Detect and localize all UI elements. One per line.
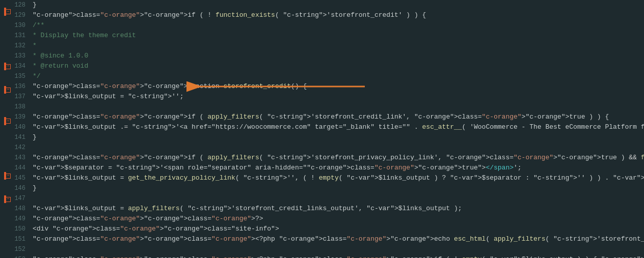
line-numbers: 1281291301311321331341351361371381391401… — [12, 0, 29, 258]
fold-cell — [4, 133, 12, 140]
line-number: 152 — [12, 244, 29, 254]
code-line — [29, 193, 644, 204]
line-number: 131 — [12, 31, 29, 41]
line-number: 137 — [12, 92, 29, 102]
line-number: 140 — [12, 122, 29, 132]
fold-toggle[interactable]: − — [6, 88, 11, 93]
fold-cell — [4, 102, 12, 109]
code-line: "c-orange">class="c-orange">"c-orange">c… — [29, 254, 644, 258]
fold-cell[interactable]: − — [4, 8, 12, 15]
fold-cell — [4, 55, 12, 63]
fold-cell — [4, 70, 12, 78]
line-number: 134 — [12, 61, 29, 71]
line-number: 145 — [12, 173, 29, 183]
line-number: 144 — [12, 163, 29, 173]
left-gutter — [0, 0, 4, 258]
fold-cell — [4, 250, 12, 258]
code-line: "c-var">$links_output = apply_filters( "… — [29, 204, 644, 214]
code-line: "c-var">$links_output = "c-string">''; — [29, 92, 644, 102]
fold-cell — [4, 94, 12, 101]
code-line: } — [29, 0, 644, 10]
line-number: 139 — [12, 112, 29, 122]
fold-indicators: −−−−−− — [4, 0, 12, 258]
fold-cell — [4, 188, 12, 195]
fold-toggle[interactable]: − — [6, 9, 11, 14]
fold-cell — [4, 219, 12, 226]
code-line — [29, 244, 644, 254]
fold-cell — [4, 23, 12, 31]
fold-cell — [4, 180, 12, 187]
code-line: * @since 1.0.0 — [29, 51, 644, 61]
fold-cell — [4, 47, 12, 54]
code-line: "c-var">$links_output = get_the_privacy_… — [29, 173, 644, 183]
fold-cell — [4, 125, 12, 133]
code-line: "c-orange">class="c-orange">"c-orange">c… — [29, 214, 644, 224]
fold-toggle[interactable]: − — [6, 64, 11, 69]
line-number: 150 — [12, 224, 29, 234]
code-line: */ — [29, 71, 644, 81]
code-line: "c-var">$links_output .= "c-string">'<a … — [29, 122, 644, 132]
code-line: * — [29, 41, 644, 51]
fold-cell — [4, 156, 12, 164]
fold-cell — [4, 140, 12, 148]
fold-cell[interactable]: − — [4, 86, 12, 94]
fold-cell — [4, 203, 12, 211]
fold-cell — [4, 78, 12, 86]
code-line: "c-orange">class="c-orange">"c-orange">i… — [29, 153, 644, 163]
code-line: "c-orange">class="c-orange">"c-orange">i… — [29, 112, 644, 122]
fold-cell[interactable]: − — [4, 172, 12, 180]
line-number: 133 — [12, 51, 29, 61]
line-number: 143 — [12, 153, 29, 163]
line-number: 141 — [12, 132, 29, 142]
fold-cell[interactable]: − — [4, 63, 12, 70]
line-number: 130 — [12, 20, 29, 31]
line-number: 128 — [12, 0, 29, 10]
fold-toggle[interactable]: − — [6, 174, 11, 179]
code-line: } — [29, 132, 644, 142]
line-number: 149 — [12, 214, 29, 224]
code-line: "c-var">$separator = "c-string">'<span r… — [29, 163, 644, 173]
fold-cell — [4, 31, 12, 39]
code-content[interactable]: }"c-orange">class="c-orange">"c-orange">… — [29, 0, 644, 258]
fold-cell — [4, 242, 12, 250]
fold-cell — [4, 109, 12, 117]
fold-toggle[interactable]: − — [6, 119, 11, 124]
line-number: 147 — [12, 193, 29, 204]
code-line: "c-orange">class="c-orange">"c-orange">c… — [29, 234, 644, 244]
code-line: <div "c-orange">class="c-orange">"c-oran… — [29, 224, 644, 234]
line-number: 146 — [12, 183, 29, 193]
line-number: 129 — [12, 10, 29, 20]
fold-cell — [4, 16, 12, 23]
fold-cell — [4, 211, 12, 219]
fold-cell[interactable]: − — [4, 195, 12, 203]
code-line — [29, 102, 644, 112]
fold-cell — [4, 39, 12, 47]
code-line: * @return void — [29, 61, 644, 71]
code-line — [29, 142, 644, 153]
fold-cell — [4, 235, 12, 242]
code-line: "c-orange">class="c-orange">"c-orange">f… — [29, 81, 644, 92]
line-number: 142 — [12, 142, 29, 153]
line-number: 148 — [12, 204, 29, 214]
line-number: 138 — [12, 102, 29, 112]
fold-toggle[interactable]: − — [6, 197, 11, 202]
code-line: /** — [29, 20, 644, 31]
line-number: 153 — [12, 254, 29, 258]
line-number: 132 — [12, 41, 29, 51]
fold-cell — [4, 164, 12, 172]
fold-cell[interactable]: − — [4, 117, 12, 125]
line-number: 151 — [12, 234, 29, 244]
fold-cell — [4, 226, 12, 234]
line-number: 135 — [12, 71, 29, 81]
fold-cell — [4, 149, 12, 156]
code-editor: −−−−−− 128129130131132133134135136137138… — [0, 0, 644, 258]
line-number: 136 — [12, 81, 29, 92]
fold-cell — [4, 0, 12, 8]
code-line: } — [29, 183, 644, 193]
code-line: "c-orange">class="c-orange">"c-orange">i… — [29, 10, 644, 20]
code-line: * Display the theme credit — [29, 31, 644, 41]
